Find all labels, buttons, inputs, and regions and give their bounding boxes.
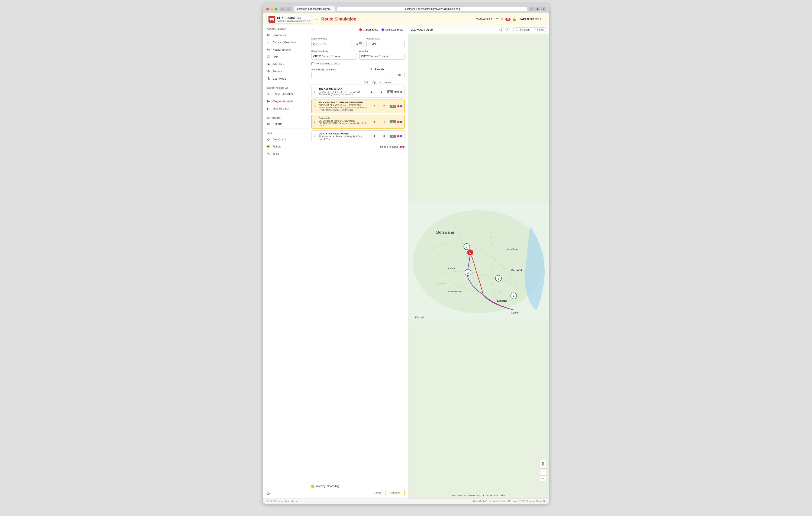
map-date: 28/07/2021 00:00: [411, 28, 433, 31]
parcels-2: 8: [389, 105, 396, 108]
panel-back-button[interactable]: ←: [311, 28, 315, 32]
ord-num-1: 1: [367, 90, 376, 93]
delivery-name-3: Newcastle: [319, 117, 369, 119]
sidebar-item-route-simulation[interactable]: ⊕ Route Simulation: [263, 90, 308, 98]
sidebar-item-adapters[interactable]: ◈ Adapters: [263, 60, 308, 67]
info-icon-2[interactable]: ℹ: [314, 105, 318, 108]
optimize-button[interactable]: Optimize: [385, 490, 405, 496]
zoom-in-button[interactable]: +: [540, 469, 546, 475]
sidebar-item-tools[interactable]: 🔧 Tools: [263, 150, 308, 157]
autofit-icon: ↔: [534, 28, 536, 31]
user-dropdown-icon[interactable]: ▾: [544, 18, 546, 20]
map-info-button[interactable]: ℹ: [499, 27, 504, 32]
delivery-dots-1: [395, 91, 402, 93]
browser-tab[interactable]: localhost:4200/assets/img/orv...: [294, 6, 335, 11]
reset-button[interactable]: Reset: [371, 490, 383, 496]
footer-actions: Reset Optimize: [311, 490, 405, 496]
sidebar-section-route-planning: ROUTE PLANNING: [263, 84, 308, 90]
maximize-button[interactable]: [274, 8, 278, 10]
svg-text:Durban: Durban: [511, 311, 519, 314]
delivery-search-input[interactable]: [311, 72, 367, 78]
sidebar-item-multi-dispatch[interactable]: ▷ Multi dispatch: [263, 105, 308, 112]
sidebar-item-settings[interactable]: ⚙ Settings: [263, 67, 308, 75]
multi-dispatch-icon: ▷: [266, 107, 270, 110]
fullscreen-button[interactable]: ⛶ Fullscreen: [514, 27, 532, 32]
forward-nav-button[interactable]: ›: [286, 7, 291, 11]
autofit-button[interactable]: ↔ Autofit: [532, 27, 546, 32]
map-panel: Botswana Gaborone Mbombela Eswatini Leso…: [408, 25, 549, 498]
header-back-button[interactable]: ←: [315, 17, 319, 21]
back-nav-button[interactable]: ‹: [280, 7, 285, 11]
sidebar-item-dashboard[interactable]: ◎ Dashboard: [263, 136, 308, 143]
optimized-route-legend: Optimized route ,: [381, 28, 405, 31]
lock-icon[interactable]: 🔒: [512, 17, 517, 21]
sidebar: CONFIGURATION ⊞ Geofences ≡ Dispatch Que…: [263, 25, 308, 498]
sidebar-divider-3: [263, 128, 308, 129]
current-route-legend: Current route: [359, 28, 378, 31]
departure-depot-label: Departure depot: [311, 50, 357, 52]
minimize-button[interactable]: [270, 8, 273, 10]
delivery-dots-2: [397, 105, 402, 107]
user-name[interactable]: PAOLO BIANCHI: [519, 18, 542, 21]
departure-date-label: Departure date: [311, 37, 364, 40]
logo-sub: "Customer focused, solutions driven...": [277, 20, 310, 22]
street-view-button[interactable]: 🧍: [540, 459, 546, 469]
copy-button[interactable]: ⧉: [535, 7, 540, 11]
power-button[interactable]: ⏻: [263, 489, 308, 498]
delivery-row[interactable]: ℹ THABAZIMBI GLASS 67 VAN DER BIOL STREE…: [311, 86, 405, 98]
add-delivery-button[interactable]: Add: [394, 72, 405, 78]
delivery-row-3[interactable]: ℹ Newcastle Cnr Scott&Sutherland St. , N…: [311, 115, 405, 129]
address-bar[interactable]: localhost:4200/assets/img/orv/orv-simula…: [337, 7, 527, 11]
ord-num-4: 4: [370, 135, 378, 138]
dot-gray-2: [400, 91, 402, 93]
departure-date-input[interactable]: [311, 41, 352, 47]
delivery-info-4: OTTO BROS RIVERHORSE 21 Kubu Avenue, Riv…: [319, 132, 369, 140]
departure-depot-input[interactable]: [311, 53, 357, 59]
parcels-3: 3: [389, 120, 396, 123]
notification-badge[interactable]: 62: [505, 18, 511, 21]
zoom-out-button[interactable]: −: [540, 476, 546, 482]
vehicle-class-select[interactable]: 1 TON: [366, 41, 405, 47]
map-nav-button[interactable]: ›: [505, 27, 510, 32]
dot-purple-4: [400, 135, 402, 137]
calendar-icon: 📅: [358, 42, 362, 46]
sidebar-item-cost-model[interactable]: 💲 Cost Model: [263, 75, 308, 82]
settings-icon[interactable]: ✕: [501, 17, 504, 21]
share-button[interactable]: ⎋: [529, 7, 534, 11]
sidebar-item-geofences[interactable]: ⊞ Geofences: [263, 31, 308, 38]
header-datetime: 27/07/2021 15:02: [476, 18, 498, 21]
delivery-row-4[interactable]: ℹ OTTO BROS RIVERHORSE 21 Kubu Avenue, R…: [311, 130, 405, 142]
delivery-name-2: PICK AND PAY CLOTHING BETHLEHEM: [319, 101, 369, 104]
not-returning-checkbox[interactable]: [311, 62, 314, 65]
return-dot-red: [400, 146, 402, 148]
sidebar-item-dispatch-questions[interactable]: ≡ Dispatch Questions: [263, 38, 308, 46]
panel-footer: Warning: Geocoding Reset Optimize: [308, 482, 408, 498]
dot-red-2: [397, 105, 399, 107]
sidebar-section-reporting: REPORTING: [263, 114, 308, 120]
sidebar-item-single-dispatch[interactable]: ▶ Single dispatch: [263, 98, 308, 105]
map-container[interactable]: Botswana Gaborone Mbombela Eswatini Leso…: [408, 25, 549, 498]
dollar-icon: 💲: [266, 77, 270, 80]
sidebar-section-configuration: CONFIGURATION: [263, 25, 308, 31]
sidebar-item-tickets[interactable]: 🎫 Tickets: [263, 143, 308, 150]
no-parcels-input[interactable]: [370, 72, 391, 78]
delivery-input-group: Add delivery customers: [311, 68, 367, 78]
not-returning-row: Not returning to depot: [311, 62, 405, 65]
sidebar-section-hive: HIVE: [263, 129, 308, 136]
sidebar-item-lists[interactable]: ☰ Lists: [263, 53, 308, 60]
svg-text:D: D: [469, 251, 471, 254]
new-tab-button[interactable]: +: [541, 7, 546, 11]
info-icon-3[interactable]: ℹ: [314, 120, 318, 123]
map-header: 28/07/2021 00:00 ℹ › ⛶ Fullscreen ↔: [408, 25, 549, 34]
svg-text:2: 2: [467, 271, 469, 274]
person-icon: 🧍: [541, 462, 545, 466]
close-button[interactable]: [266, 8, 269, 10]
info-icon-4[interactable]: ℹ: [314, 135, 318, 138]
current-route-dot: [359, 28, 362, 31]
sidebar-item-netstar-events[interactable]: ◎ Netstar Events: [263, 46, 308, 53]
sidebar-item-reports[interactable]: ⊞ Reports: [263, 120, 308, 128]
info-icon-1[interactable]: ℹ: [314, 90, 318, 93]
copyright: © 2021 City Technology Solutions: [266, 500, 298, 503]
delivery-row-2[interactable]: ℹ PICK AND PAY CLOTHING BETHLEHEM SHOP 3…: [311, 99, 405, 113]
arrival-at-input[interactable]: [359, 53, 405, 59]
